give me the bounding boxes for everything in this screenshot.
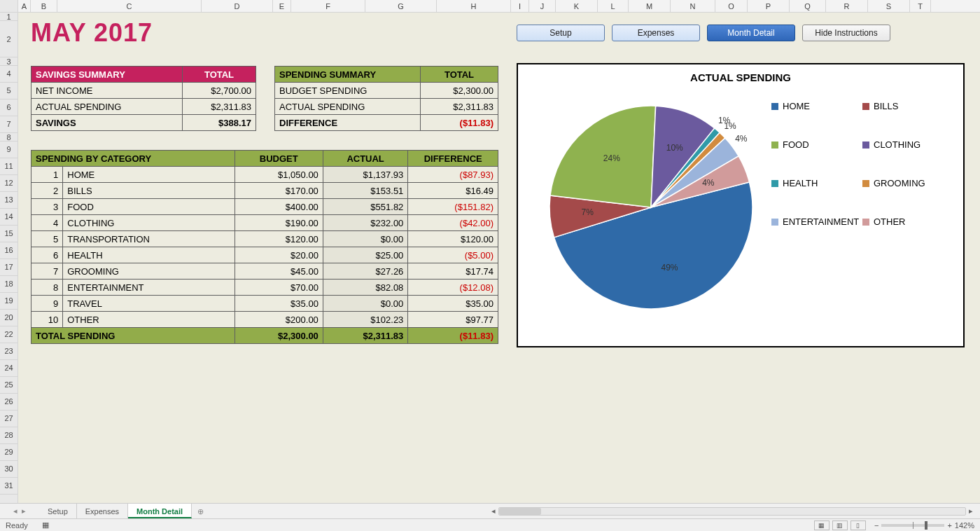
horizontal-scrollbar[interactable]: ◂▸ bbox=[489, 504, 976, 518]
nav-button-group: Setup Expenses Month Detail Hide Instruc… bbox=[517, 25, 890, 41]
select-all-corner[interactable] bbox=[0, 0, 18, 12]
legend-swatch-icon bbox=[862, 142, 869, 149]
row-header-8[interactable]: 8 bbox=[0, 133, 18, 142]
pie-pct-label: 49% bbox=[661, 263, 678, 273]
row-header-28[interactable]: 28 bbox=[0, 427, 18, 444]
legend-item: CLOTHING bbox=[862, 139, 953, 150]
cat-row-actual: $25.00 bbox=[323, 247, 407, 263]
worksheet-area[interactable]: MAY 2017 Setup Expenses Month Detail Hid… bbox=[18, 13, 980, 503]
row-header-31[interactable]: 31 bbox=[0, 478, 18, 495]
row-header-19[interactable]: 19 bbox=[0, 293, 18, 310]
row-header-1[interactable]: 1 bbox=[0, 13, 18, 21]
row-header-17[interactable]: 17 bbox=[0, 259, 18, 276]
legend-label: BILLS bbox=[874, 101, 898, 111]
zoom-value[interactable]: 142% bbox=[955, 521, 974, 530]
sheet-tab-setup[interactable]: Setup bbox=[39, 504, 77, 518]
row-header-29[interactable]: 29 bbox=[0, 444, 18, 461]
month-detail-button[interactable]: Month Detail bbox=[707, 25, 795, 41]
row-header-27[interactable]: 27 bbox=[0, 411, 18, 427]
column-header-Q[interactable]: Q bbox=[790, 0, 826, 12]
cat-row-diff: ($5.00) bbox=[408, 247, 498, 263]
savings-header-total: TOTAL bbox=[183, 67, 256, 83]
row-header-30[interactable]: 30 bbox=[0, 461, 18, 478]
cat-row-num: 4 bbox=[31, 215, 63, 231]
column-header-M[interactable]: M bbox=[629, 0, 671, 12]
row-header-14[interactable]: 14 bbox=[0, 209, 18, 226]
cat-row-diff: ($151.82) bbox=[408, 199, 498, 215]
row-header-2[interactable]: 2 bbox=[0, 21, 18, 57]
cat-row-num: 8 bbox=[31, 280, 63, 296]
row-header-23[interactable]: 23 bbox=[0, 343, 18, 360]
table-row: 3FOOD$400.00$551.82($151.82) bbox=[31, 199, 498, 215]
cat-row-diff: $35.00 bbox=[408, 296, 498, 312]
cat-row-num: 1 bbox=[31, 167, 63, 183]
column-header-L[interactable]: L bbox=[598, 0, 629, 12]
column-header-D[interactable]: D bbox=[202, 0, 273, 12]
tab-nav-arrows[interactable]: ◂▸ bbox=[0, 504, 39, 518]
cat-footer-diff: ($11.83) bbox=[408, 328, 498, 344]
hide-instructions-button[interactable]: Hide Instructions bbox=[802, 25, 890, 41]
zoom-control[interactable]: − + 142% bbox=[874, 521, 974, 530]
cat-row-name: HEALTH bbox=[63, 247, 234, 263]
page-layout-view-button[interactable]: ▥ bbox=[832, 520, 848, 530]
row-header-6[interactable]: 6 bbox=[0, 99, 18, 116]
column-header-N[interactable]: N bbox=[671, 0, 715, 12]
column-header-T[interactable]: T bbox=[910, 0, 931, 12]
column-header-O[interactable]: O bbox=[715, 0, 748, 12]
column-header-R[interactable]: R bbox=[826, 0, 868, 12]
zoom-in-button[interactable]: + bbox=[947, 521, 951, 530]
row-header-24[interactable]: 24 bbox=[0, 360, 18, 377]
sheet-tab-month-detail[interactable]: Month Detail bbox=[128, 504, 192, 518]
cat-row-budget: $1,050.00 bbox=[234, 167, 323, 183]
row-header-9[interactable]: 9 bbox=[0, 142, 18, 158]
column-header-E[interactable]: E bbox=[273, 0, 291, 12]
page-title: MAY 2017 bbox=[31, 18, 153, 48]
row-header-20[interactable]: 20 bbox=[0, 310, 18, 326]
row-header-15[interactable]: 15 bbox=[0, 226, 18, 242]
column-header-P[interactable]: P bbox=[748, 0, 790, 12]
setup-button[interactable]: Setup bbox=[517, 25, 605, 41]
row-header-4[interactable]: 4 bbox=[0, 66, 18, 83]
column-header-K[interactable]: K bbox=[556, 0, 598, 12]
row-header-11[interactable]: 11 bbox=[0, 158, 18, 175]
column-header-I[interactable]: I bbox=[511, 0, 529, 12]
legend-label: CLOTHING bbox=[874, 139, 920, 150]
row-header-12[interactable]: 12 bbox=[0, 175, 18, 192]
macro-record-icon[interactable]: ▦ bbox=[42, 520, 49, 530]
cat-row-actual: $27.26 bbox=[323, 263, 407, 280]
column-header-B[interactable]: B bbox=[31, 0, 57, 12]
row-header-16[interactable]: 16 bbox=[0, 242, 18, 259]
row-header-25[interactable]: 25 bbox=[0, 377, 18, 394]
expenses-button[interactable]: Expenses bbox=[612, 25, 700, 41]
legend-swatch-icon bbox=[862, 219, 869, 226]
column-header-G[interactable]: G bbox=[365, 0, 437, 12]
zoom-out-button[interactable]: − bbox=[874, 521, 878, 530]
savings-footer-value: $388.17 bbox=[183, 115, 256, 131]
cat-header-diff: DIFFERENCE bbox=[408, 151, 498, 167]
row-header-3[interactable]: 3 bbox=[0, 57, 18, 66]
column-header-C[interactable]: C bbox=[57, 0, 202, 12]
column-header-A[interactable]: A bbox=[18, 0, 31, 12]
row-header-7[interactable]: 7 bbox=[0, 116, 18, 133]
cat-row-diff: $16.49 bbox=[408, 183, 498, 199]
column-header-F[interactable]: F bbox=[291, 0, 365, 12]
row-header-26[interactable]: 26 bbox=[0, 394, 18, 411]
row-header-18[interactable]: 18 bbox=[0, 276, 18, 293]
savings-footer-label: SAVINGS bbox=[31, 115, 183, 131]
row-header-22[interactable]: 22 bbox=[0, 326, 18, 343]
cat-footer-actual: $2,311.83 bbox=[323, 328, 407, 344]
sheet-tab-expenses[interactable]: Expenses bbox=[77, 504, 128, 518]
row-header-5[interactable]: 5 bbox=[0, 83, 18, 99]
row-header-13[interactable]: 13 bbox=[0, 192, 18, 209]
spending-summary-table: SPENDING SUMMARY TOTAL BUDGET SPENDING$2… bbox=[274, 66, 498, 131]
normal-view-button[interactable]: ▦ bbox=[814, 520, 830, 530]
column-header-J[interactable]: J bbox=[529, 0, 556, 12]
spending-row-label: BUDGET SPENDING bbox=[275, 83, 421, 99]
column-header-S[interactable]: S bbox=[868, 0, 910, 12]
pie-chart[interactable]: ACTUAL SPENDING HOMEBILLSFOODCLOTHINGHEA… bbox=[517, 63, 965, 347]
add-sheet-button[interactable]: ⊕ bbox=[192, 504, 209, 518]
cat-footer-label: TOTAL SPENDING bbox=[31, 328, 235, 344]
page-break-view-button[interactable]: ▯ bbox=[850, 520, 866, 530]
status-bar: Ready ▦ ▦ ▥ ▯ − + 142% bbox=[0, 518, 980, 531]
column-header-H[interactable]: H bbox=[437, 0, 511, 12]
